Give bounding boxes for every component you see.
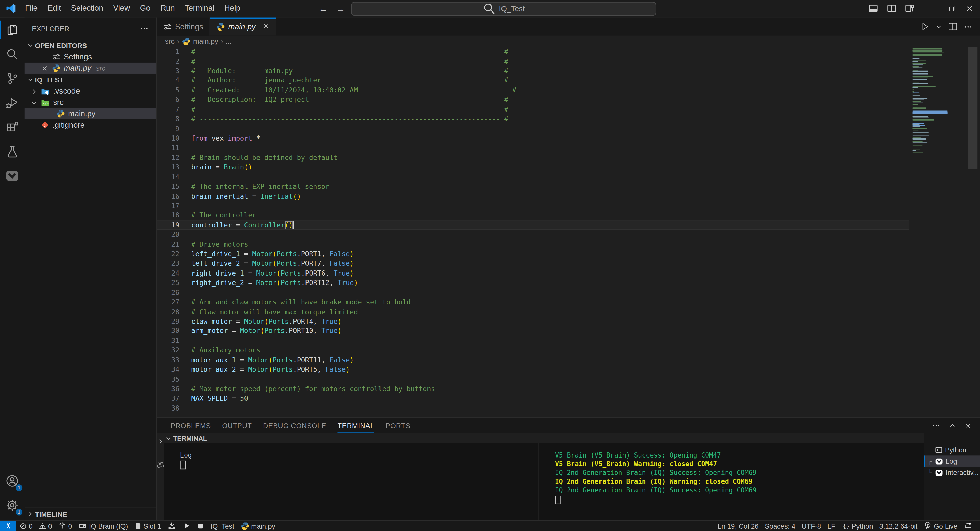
- menu-file[interactable]: File: [20, 0, 43, 17]
- tab-Settings[interactable]: Settings: [157, 17, 210, 36]
- terminal-tab-python[interactable]: Python: [924, 444, 980, 455]
- editor-scrollbar-slider[interactable]: [968, 47, 977, 169]
- minimap-line: [913, 91, 914, 92]
- panel-tab-ports[interactable]: PORTS: [380, 418, 415, 433]
- status-remote[interactable]: [0, 520, 16, 531]
- minimap-line: [913, 79, 927, 80]
- kebab-icon[interactable]: [964, 22, 972, 31]
- menu-run[interactable]: Run: [156, 0, 180, 17]
- status-language-mode[interactable]: {}Python: [838, 522, 877, 530]
- terminal-group-header[interactable]: TERMINAL: [164, 433, 924, 443]
- tree-item-vscode[interactable]: .vscode: [24, 86, 156, 97]
- minimap-line: [913, 106, 917, 107]
- panel-tab-output[interactable]: OUTPUT: [217, 418, 257, 433]
- activity-search[interactable]: [0, 42, 24, 66]
- timeline-section[interactable]: TIMELINE: [24, 507, 156, 520]
- status-warnings[interactable]: 0: [36, 522, 55, 529]
- activity-accounts[interactable]: 1: [0, 469, 24, 493]
- bell-icon: [964, 522, 972, 530]
- status-feedback[interactable]: 0: [55, 522, 75, 530]
- close-icon[interactable]: [40, 65, 49, 72]
- chevron-down-sm-icon[interactable]: [935, 24, 942, 30]
- minimap-line: [913, 110, 948, 111]
- menu-view[interactable]: View: [108, 0, 135, 17]
- terminal-tab-log[interactable]: ┌Log: [924, 455, 980, 467]
- terminal-tab-interactiv[interactable]: └Interactiv...: [924, 467, 980, 478]
- activity-explorer[interactable]: [0, 17, 24, 42]
- explorer-more-actions-icon[interactable]: [140, 24, 149, 33]
- open-editor-settings[interactable]: Settings: [24, 51, 156, 62]
- editor-scrollbar[interactable]: [966, 47, 980, 417]
- chevron-right-icon[interactable]: [157, 438, 164, 445]
- minimap-line: [913, 139, 926, 140]
- panel-tab-problems[interactable]: PROBLEMS: [165, 418, 216, 433]
- menu-terminal[interactable]: Terminal: [180, 0, 219, 17]
- chevron-down-icon: [27, 42, 34, 49]
- command-center-search[interactable]: IQ_Test: [351, 2, 656, 15]
- tab-main-py[interactable]: main.py: [210, 17, 276, 36]
- status-project[interactable]: IQ_Test: [207, 522, 237, 529]
- search-value: IQ_Test: [499, 4, 525, 13]
- split-editor-layout-icon[interactable]: [887, 4, 896, 13]
- activity-source-control[interactable]: [0, 66, 24, 91]
- forward-arrow-icon[interactable]: →: [334, 3, 348, 13]
- status-errors[interactable]: 0: [16, 522, 36, 529]
- menu-selection[interactable]: Selection: [66, 0, 108, 17]
- customize-layout-icon[interactable]: [905, 4, 915, 13]
- status-vex-run[interactable]: [180, 522, 194, 530]
- activity-extensions[interactable]: [0, 115, 24, 140]
- status-notifications[interactable]: [961, 522, 975, 530]
- status-indentation[interactable]: Spaces: 4: [762, 522, 799, 529]
- menu-help[interactable]: Help: [219, 0, 245, 17]
- breadcrumb-item[interactable]: ...: [226, 38, 231, 45]
- kebab-icon[interactable]: [932, 421, 940, 430]
- status-vex-stop[interactable]: [194, 522, 207, 529]
- chevron-up-icon[interactable]: [949, 422, 956, 429]
- minimize-icon[interactable]: [931, 4, 939, 13]
- status-eol[interactable]: LF: [824, 522, 838, 529]
- activity-run-debug[interactable]: [0, 91, 24, 115]
- toggle-panel-icon[interactable]: [869, 4, 878, 13]
- open-editor-label: main.py: [64, 64, 91, 73]
- run-icon[interactable]: [920, 22, 929, 32]
- activity-testing[interactable]: [0, 139, 24, 164]
- tree-item-src[interactable]: </>src: [24, 97, 156, 108]
- status-go-live[interactable]: Go Live: [921, 522, 961, 530]
- tab-close-icon[interactable]: [262, 22, 269, 31]
- split-terminal-icon[interactable]: [156, 461, 164, 469]
- back-arrow-icon[interactable]: ←: [316, 3, 330, 13]
- minimap[interactable]: [909, 47, 966, 153]
- terminal-pane-output[interactable]: V5 Brain (V5_Brain) Success: Opening COM…: [539, 443, 924, 520]
- panel-tab-debug-console[interactable]: DEBUG CONSOLE: [258, 418, 331, 433]
- panel-tab-terminal[interactable]: TERMINAL: [332, 418, 379, 433]
- minimap-line: [913, 150, 916, 151]
- terminal-pane-log[interactable]: Log: [164, 443, 539, 520]
- status-active-file[interactable]: main.py: [237, 521, 278, 530]
- window-close-icon[interactable]: [965, 4, 974, 13]
- download-icon: [167, 521, 176, 530]
- menu-edit[interactable]: Edit: [43, 0, 66, 17]
- restore-icon[interactable]: [948, 4, 956, 13]
- status-vex-slot[interactable]: Slot 1: [131, 522, 164, 530]
- status-cursor-position[interactable]: Ln 19, Col 26: [714, 522, 762, 529]
- breadcrumb-item[interactable]: src: [165, 38, 175, 45]
- status-encoding[interactable]: UTF-8: [799, 522, 824, 529]
- breadcrumb[interactable]: src›main.py›...: [157, 36, 980, 47]
- open-editors-header[interactable]: OPEN EDITORS: [24, 39, 156, 51]
- breadcrumb-item[interactable]: main.py: [193, 38, 218, 45]
- terminal-group-label: TERMINAL: [173, 434, 207, 442]
- activity-vex[interactable]: [0, 164, 24, 188]
- workspace-root-header[interactable]: IQ_TEST: [24, 74, 156, 86]
- menu-go[interactable]: Go: [135, 0, 156, 17]
- code-editor[interactable]: 1# -------------------------------------…: [157, 47, 980, 417]
- close-icon[interactable]: [964, 422, 971, 429]
- minimap-line: [913, 122, 918, 122]
- status-vex-device[interactable]: IQ Brain (IQ): [75, 521, 131, 530]
- status-vex-download[interactable]: [164, 521, 180, 530]
- split-editor-layout-icon[interactable]: [948, 22, 958, 32]
- tree-item-gitignore[interactable]: .gitignore: [24, 119, 156, 130]
- tree-item-main.py[interactable]: main.py: [24, 108, 156, 119]
- activity-settings[interactable]: 1: [0, 493, 24, 517]
- status-python-version[interactable]: 3.12.2 64-bit: [876, 522, 921, 529]
- open-editor-main.py[interactable]: main.pysrc: [24, 62, 156, 74]
